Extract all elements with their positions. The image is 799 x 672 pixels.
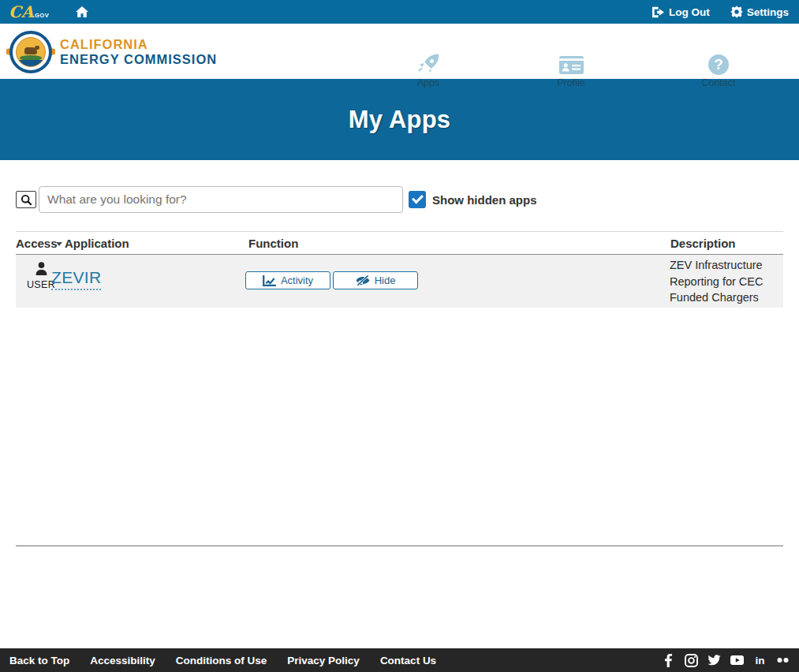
page-title: My Apps (349, 106, 450, 134)
show-hidden-apps-checkbox[interactable] (409, 191, 426, 208)
twitter-icon[interactable] (708, 654, 721, 667)
linkedin-icon[interactable]: in (753, 654, 767, 667)
column-header-access[interactable]: Access (16, 237, 58, 250)
youtube-icon[interactable] (730, 654, 744, 667)
hide-button[interactable]: Hide (333, 271, 418, 289)
page-banner: My Apps (0, 79, 799, 160)
nav-item-contact[interactable]: ? Contact (694, 53, 743, 88)
rocket-icon (404, 53, 453, 77)
column-header-description: Description (670, 237, 736, 250)
org-name-line1: CALIFORNIA (60, 37, 217, 52)
home-icon[interactable] (76, 6, 88, 17)
nav-item-apps[interactable]: Apps (404, 53, 453, 88)
flickr-icon[interactable] (776, 654, 790, 667)
org-name-line2: ENERGY COMMISSION (60, 52, 217, 67)
facebook-icon[interactable] (662, 654, 675, 667)
application-description: ZEV Infrastructure Reporting for CEC Fun… (670, 257, 785, 306)
site-header: CALIFORNIA ENERGY COMMISSION Apps (0, 24, 799, 79)
chart-line-icon (263, 275, 276, 286)
apps-table: Access Application Function Description … (16, 231, 783, 308)
social-links: in (662, 654, 790, 667)
cec-logo[interactable]: CALIFORNIA ENERGY COMMISSION (6, 30, 217, 74)
log-out-icon (652, 6, 665, 18)
ca-gov-script: CA (9, 4, 33, 20)
footer-link-back-to-top[interactable]: Back to Top (9, 655, 69, 666)
footer-link-conditions-of-use[interactable]: Conditions of Use (176, 655, 267, 666)
activity-button[interactable]: Activity (245, 271, 330, 289)
ca-gov-logo[interactable]: CA .GOV (9, 4, 49, 20)
utility-bar: CA .GOV Log Out Settings (0, 0, 799, 24)
application-link-zevir[interactable]: ZEVIR (51, 268, 101, 290)
gear-icon (730, 6, 743, 18)
table-header-row: Access Application Function Description (16, 231, 783, 255)
question-circle-icon: ? (694, 53, 743, 77)
log-out-button[interactable]: Log Out (652, 6, 710, 18)
sort-caret-icon (56, 242, 62, 246)
column-header-application[interactable]: Application (65, 237, 129, 250)
footer-link-privacy-policy[interactable]: Privacy Policy (287, 655, 360, 666)
nav-item-profile[interactable]: Profile (547, 53, 596, 88)
eye-slash-icon (356, 274, 370, 286)
table-row: USER ZEVIR Activity (16, 255, 783, 308)
settings-button[interactable]: Settings (730, 6, 789, 18)
instagram-icon[interactable] (685, 654, 698, 667)
user-icon (35, 262, 48, 275)
column-header-function: Function (248, 237, 298, 250)
search-icon (21, 194, 32, 206)
show-hidden-apps-label[interactable]: Show hidden apps (432, 193, 537, 207)
main-content: Show hidden apps Access Application Func… (0, 186, 799, 547)
content-divider (16, 545, 783, 547)
site-footer: Back to Top Accessibility Conditions of … (0, 648, 799, 672)
search-input[interactable] (39, 186, 403, 213)
search-row: Show hidden apps (16, 186, 783, 213)
footer-link-contact-us[interactable]: Contact Us (380, 655, 436, 666)
org-wordmark: CALIFORNIA ENERGY COMMISSION (60, 37, 217, 67)
id-card-icon (547, 53, 596, 77)
search-button[interactable] (16, 191, 36, 208)
footer-link-accessibility[interactable]: Accessibility (90, 655, 155, 666)
cec-seal (6, 30, 55, 74)
